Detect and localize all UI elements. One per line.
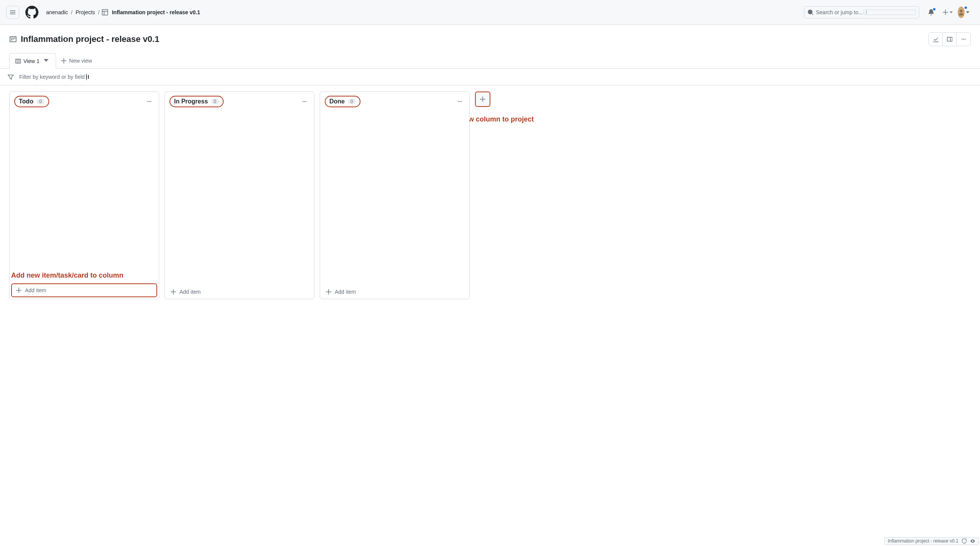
project-icon: [9, 35, 17, 43]
filter-bar[interactable]: Filter by keyword or by field: [0, 68, 980, 85]
column-in-progress: In Progress 0 Add item: [164, 92, 314, 299]
column-count: 0: [37, 99, 45, 104]
column-body[interactable]: [165, 111, 314, 285]
annotation-new-item: Add new item/task/card to column: [11, 271, 123, 280]
board: Todo 0 Add new item/task/card to column …: [0, 85, 980, 305]
project-header: Inflammation project - release v0.1: [0, 25, 980, 49]
add-column-wrap: Add new column to project: [475, 92, 534, 299]
notifications-button[interactable]: [925, 6, 938, 19]
column-title-pill[interactable]: In Progress 0: [169, 96, 224, 107]
search-icon: [807, 9, 814, 15]
column-body[interactable]: [10, 111, 159, 283]
add-item-label: Add item: [335, 289, 356, 295]
header-actions: [925, 6, 974, 19]
caret-down-icon: [965, 10, 970, 15]
plus-icon: [170, 289, 176, 295]
insights-button[interactable]: [929, 33, 943, 46]
github-logo[interactable]: [25, 6, 38, 19]
create-new-button[interactable]: [942, 9, 953, 15]
column-header: Todo 0: [10, 92, 159, 111]
search-placeholder: Search or jump to...: [816, 9, 864, 15]
project-toolbar: [929, 32, 971, 46]
user-menu[interactable]: [958, 7, 970, 18]
table-icon: [102, 9, 108, 15]
top-header: anenadic / Projects / Inflammation proje…: [0, 0, 980, 25]
hamburger-icon: [10, 9, 16, 15]
caret-down-icon: [949, 10, 953, 14]
breadcrumb-user[interactable]: anenadic: [46, 9, 68, 15]
column-count: 0: [348, 99, 356, 104]
caret-down-icon: [43, 57, 49, 63]
search-box[interactable]: Search or jump to... /: [804, 6, 919, 18]
kebab-icon: [301, 98, 307, 105]
column-title-pill[interactable]: Todo 0: [14, 96, 49, 107]
plus-icon: [326, 289, 332, 295]
column-menu-button[interactable]: [455, 97, 465, 107]
breadcrumb-separator: /: [98, 9, 100, 15]
notification-dot: [932, 7, 936, 11]
column-menu-button[interactable]: [299, 97, 309, 107]
column-body[interactable]: [320, 111, 469, 285]
column-title-pill[interactable]: Done 0: [325, 96, 360, 107]
kebab-icon: [146, 98, 152, 105]
column-header: Done 0: [320, 92, 469, 111]
avatar-icon: [958, 9, 965, 16]
add-item-button[interactable]: Add item: [11, 283, 157, 297]
new-view-label: New view: [69, 58, 92, 64]
add-item-button[interactable]: Add item: [165, 285, 314, 299]
plus-icon: [16, 287, 22, 293]
breadcrumb: anenadic / Projects / Inflammation proje…: [45, 9, 804, 15]
hamburger-menu-button[interactable]: [6, 6, 19, 19]
breadcrumb-projects[interactable]: Projects: [76, 9, 95, 15]
text-cursor-icon: [86, 73, 87, 80]
plus-icon: [61, 58, 67, 64]
filter-icon: [8, 74, 14, 80]
kebab-icon: [457, 98, 463, 105]
avatar-dot: [964, 6, 968, 10]
column-count: 0: [211, 99, 219, 104]
kebab-icon: [960, 36, 967, 42]
project-details-button[interactable]: [943, 33, 957, 46]
column-done: Done 0 Add item: [320, 92, 470, 299]
panel-icon: [947, 36, 953, 42]
view-tab-label: View 1: [23, 58, 40, 64]
project-menu-button[interactable]: [957, 33, 970, 46]
column-menu-button[interactable]: [144, 97, 154, 107]
column-header: In Progress 0: [165, 92, 314, 111]
column-title: In Progress: [174, 98, 208, 105]
board-icon: [15, 58, 21, 64]
add-item-button[interactable]: Add item: [320, 285, 469, 299]
add-item-label: Add item: [179, 289, 201, 295]
tabs-row: View 1 New view: [0, 53, 980, 68]
breadcrumb-current[interactable]: Inflammation project - release v0.1: [112, 9, 200, 15]
graph-icon: [933, 36, 939, 42]
add-column-button[interactable]: [475, 92, 490, 107]
project-title: Inflammation project - release v0.1: [21, 34, 929, 44]
add-item-label: Add item: [25, 287, 46, 293]
column-todo: Todo 0 Add new item/task/card to column …: [9, 92, 159, 299]
plus-icon: [480, 96, 486, 102]
view-tab[interactable]: View 1: [9, 53, 56, 68]
view-options-button[interactable]: [42, 56, 53, 66]
plus-icon: [942, 9, 948, 15]
filter-placeholder: Filter by keyword or by field: [19, 74, 85, 80]
search-kbd: /: [864, 10, 916, 15]
column-title: Todo: [19, 98, 33, 105]
new-view-button[interactable]: New view: [61, 58, 92, 64]
column-title: Done: [329, 98, 345, 105]
breadcrumb-separator: /: [71, 9, 73, 15]
